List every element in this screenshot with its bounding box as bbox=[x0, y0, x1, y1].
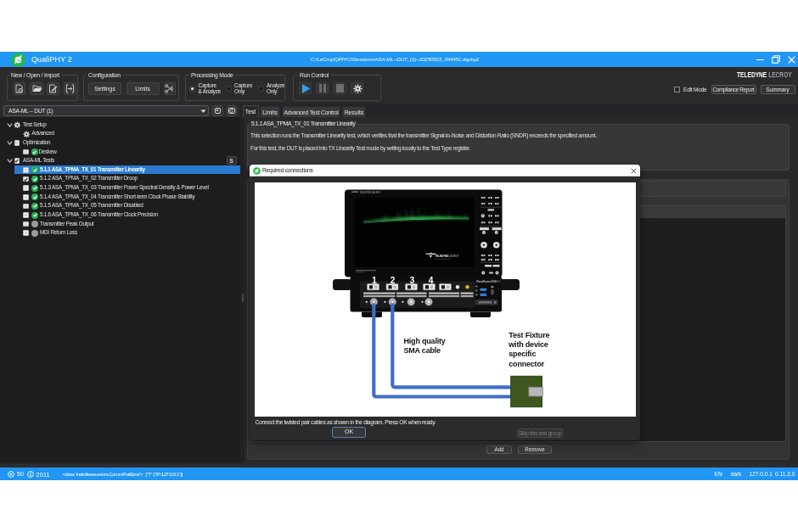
svg-text:Everywhereyoulook: Everywhereyoulook bbox=[436, 257, 452, 259]
svg-text:Test Fixture: Test Fixture bbox=[509, 331, 549, 339]
svg-text:SMA cable: SMA cable bbox=[404, 346, 441, 355]
svg-text:specific: specific bbox=[509, 350, 536, 358]
svg-text:with device: with device bbox=[508, 340, 548, 349]
svg-text:High quality: High quality bbox=[404, 337, 446, 345]
svg-text:connector: connector bbox=[509, 359, 544, 367]
svg-text:WaveMaster 8000HD: WaveMaster 8000HD bbox=[476, 280, 501, 283]
svg-text:TELEDYNE LECROY: TELEDYNE LECROY bbox=[360, 191, 381, 194]
